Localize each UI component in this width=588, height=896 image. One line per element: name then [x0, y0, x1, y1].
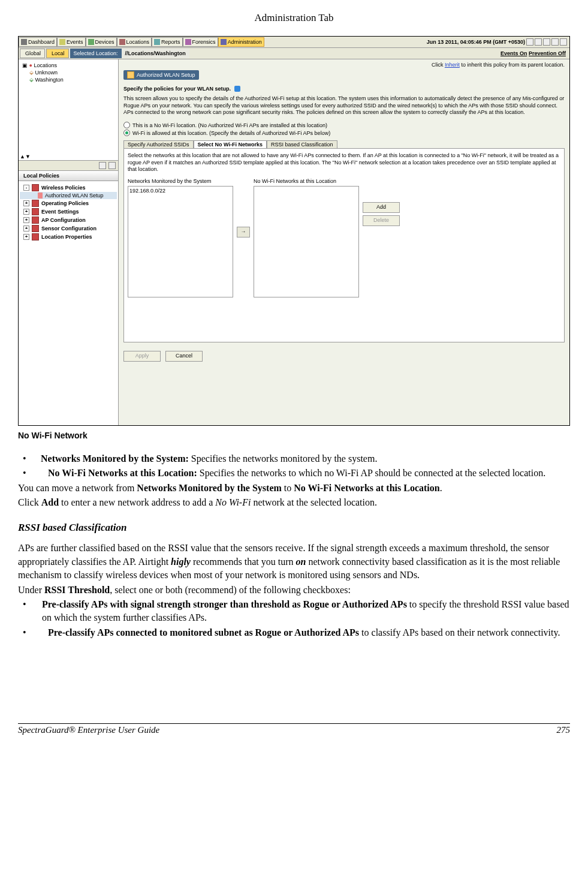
tree-splitter-handle[interactable]: ▲▼ [20, 154, 31, 160]
scope-global[interactable]: Global [20, 49, 45, 58]
para-move: You can move a network from Networks Mon… [18, 482, 570, 495]
page-header: Administration Tab [18, 12, 570, 24]
expand-icon[interactable]: + [23, 225, 29, 231]
bullet-1-text: Specifies the networks monitored by the … [189, 453, 378, 464]
inherit-link[interactable]: Inherit [445, 62, 460, 68]
top-nav: Dashboard Events Devices Locations Repor… [19, 37, 569, 48]
bullet-icon: • [18, 467, 48, 480]
doc-icon [38, 193, 43, 199]
inherit-line: Click Inherit to inherit this policy fro… [123, 62, 565, 70]
tab-authorized-ssids[interactable]: Specify Authorized SSIDs [123, 140, 194, 148]
policies-tree: -Wireless Policies Authorized WLAN Setup… [19, 181, 118, 426]
collapse-icon[interactable]: - [23, 185, 29, 191]
cancel-button[interactable]: Cancel [165, 351, 203, 362]
reports-icon [154, 39, 160, 45]
toolbar-icon-2[interactable] [108, 162, 116, 169]
dashboard-icon [21, 39, 27, 45]
radio-no-wifi[interactable]: This is a No Wi-Fi location. (No Authori… [123, 121, 565, 129]
policy-folder-icon [32, 225, 39, 232]
move-right-button[interactable]: → [237, 227, 250, 237]
policy-folder-icon [32, 208, 39, 215]
tab-reports[interactable]: Reports [152, 37, 183, 47]
tree-unknown[interactable]: ⬙ Unknown [21, 69, 116, 76]
status-icon-5[interactable] [560, 38, 567, 46]
local-policies-tab[interactable]: Local Policies [19, 171, 118, 181]
inner-panel: Select the networks at this location tha… [123, 149, 565, 342]
tab-reports-label: Reports [161, 38, 180, 46]
status-icon-1[interactable] [526, 38, 533, 46]
tab-events[interactable]: Events [57, 37, 86, 47]
monitored-networks-label: Networks Monitored by the System [128, 178, 233, 184]
policy-location-props[interactable]: +Location Properties [20, 233, 117, 241]
panel-header: Authorized WLAN Setup [123, 70, 199, 80]
content-panel: Click Inherit to inherit this policy fro… [119, 59, 569, 426]
policy-ap-config[interactable]: +AP Configuration [20, 216, 117, 224]
tab-rssi-classification[interactable]: RSSI based Classification [267, 140, 337, 148]
footer-page-number: 275 [557, 725, 571, 735]
bullet-icon: • [18, 598, 42, 625]
selected-location-value: //Locations/Washington [122, 49, 189, 58]
selected-location-label: Selected Location: [70, 49, 122, 58]
radio-icon[interactable] [123, 122, 130, 128]
no-wifi-networks-list[interactable] [254, 186, 359, 297]
no-wifi-networks-label: No Wi-Fi Networks at this Location [254, 178, 359, 184]
status-icon-2[interactable] [535, 38, 542, 46]
radio-wifi-allowed-label: Wi-Fi is allowed at this location. (Spec… [132, 130, 330, 136]
toolbar-icon-1[interactable] [99, 162, 106, 169]
bullet-3-strong: Pre-classify APs with signal strength st… [42, 599, 407, 609]
policy-authorized-wlan[interactable]: Authorized WLAN Setup [20, 192, 117, 199]
tab-no-wifi-networks[interactable]: Select No Wi-Fi Networks [194, 140, 267, 148]
expand-icon[interactable]: + [23, 200, 29, 206]
events-on-link[interactable]: Events On [500, 50, 527, 56]
tab-locations[interactable]: Locations [117, 37, 152, 47]
info-icon[interactable] [234, 86, 240, 92]
status-icon-3[interactable] [543, 38, 550, 46]
monitored-networks-list[interactable]: 192.168.0.0/22 [128, 186, 233, 297]
policy-event-settings[interactable]: +Event Settings [20, 208, 117, 216]
policy-operating[interactable]: +Operating Policies [20, 199, 117, 208]
panel-description: This screen allows you to specify the de… [123, 95, 565, 116]
status-icon-4[interactable] [551, 38, 559, 46]
expand-icon[interactable]: + [23, 234, 29, 240]
tree-washington[interactable]: ⬙ Washington [21, 76, 116, 83]
tab-dashboard[interactable]: Dashboard [19, 37, 57, 47]
expand-icon[interactable]: + [23, 217, 29, 223]
delete-button[interactable]: Delete [363, 215, 400, 226]
devices-icon [88, 39, 94, 45]
policies-toolbar [19, 161, 118, 171]
bullet-2-text: Specifies the networks to which no Wi-Fi… [197, 468, 545, 478]
figure-caption: No Wi-Fi Network [18, 431, 570, 440]
policy-intro: Specify the policies for your WLAN setup… [123, 86, 565, 92]
radio-wifi-allowed[interactable]: Wi-Fi is allowed at this location. (Spec… [123, 129, 565, 137]
tab-administration-label: Administration [228, 38, 262, 46]
expand-icon[interactable]: + [23, 209, 29, 215]
policy-sensor-config[interactable]: +Sensor Configuration [20, 224, 117, 233]
app-screenshot: Dashboard Events Devices Locations Repor… [18, 36, 570, 426]
inner-tabs: Specify Authorized SSIDs Select No Wi-Fi… [123, 140, 565, 149]
tab-forensics[interactable]: Forensics [183, 37, 218, 47]
subheading-rssi: RSSI based Classification [18, 521, 570, 535]
policy-folder-icon [32, 217, 39, 224]
bullet-4-text: to classify APs based on their network c… [359, 627, 560, 638]
scope-local[interactable]: Local [46, 49, 69, 58]
radio-icon-checked[interactable] [123, 130, 130, 136]
policy-wireless[interactable]: -Wireless Policies [20, 184, 117, 192]
apply-button[interactable]: Apply [123, 351, 161, 362]
bullet-4-strong: Pre-classify APs connected to monitored … [48, 627, 359, 638]
list-item[interactable]: 192.168.0.0/22 [129, 188, 231, 194]
bullet-1-strong: Networks Monitored by the System: [41, 453, 189, 464]
bullet-icon: • [18, 452, 41, 465]
forensics-icon [185, 39, 191, 45]
events-icon [59, 39, 65, 45]
para-add: Click Add to enter a new network address… [18, 496, 570, 509]
admin-icon [221, 39, 227, 45]
tree-locations[interactable]: ▣ ● Locations [21, 62, 116, 69]
policy-folder-icon [32, 184, 39, 191]
tab-administration[interactable]: Administration [218, 37, 264, 47]
add-button[interactable]: Add [363, 202, 400, 213]
tab-events-label: Events [67, 38, 83, 46]
tab-devices[interactable]: Devices [86, 37, 117, 47]
prevention-off-link[interactable]: Prevention Off [529, 50, 566, 56]
lock-icon [127, 71, 134, 79]
policy-folder-icon [32, 233, 39, 240]
